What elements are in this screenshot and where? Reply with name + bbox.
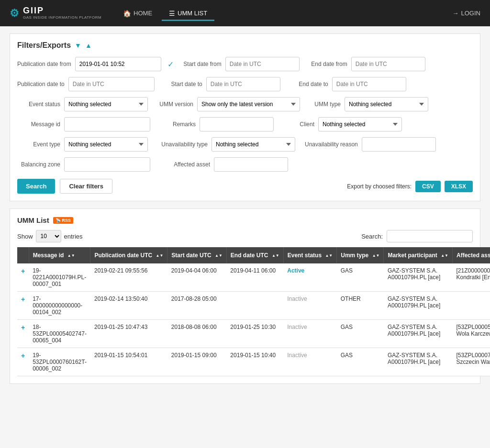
logo-area: ⚙ GIIP GAS INSIDE INFORMATION PLATFORM	[10, 6, 101, 20]
col-end-date[interactable]: End date UTC ▲▼	[226, 247, 283, 263]
show-entries: Show 10 25 50 100 entries	[17, 230, 83, 242]
cell-start-date: 2019-01-15 09:00	[167, 348, 227, 376]
cell-umm-type: GAS	[337, 348, 384, 376]
event-status-label: Event status	[17, 101, 60, 108]
actions-row: Search Clear filters Export by choosed f…	[17, 179, 473, 194]
remarks-input[interactable]	[200, 117, 274, 131]
end-date-from-label: End date from	[309, 61, 347, 67]
message-id-input[interactable]	[64, 117, 150, 131]
pub-date-from-input[interactable]	[75, 57, 161, 71]
start-date-from-label: Start date from	[183, 61, 222, 67]
table-row: + 18-53ZPL00005402747-00065_004 2019-01-…	[17, 320, 490, 348]
col-pub-date[interactable]: Publication date UTC ▲▼	[90, 247, 167, 263]
message-id-cell: Message id	[17, 117, 150, 131]
end-date-to-label: End date to	[290, 81, 328, 87]
table-search-label: Search:	[361, 233, 383, 240]
umm-list-title-text: UMM List	[17, 216, 49, 224]
main-content: Filters/Exports ▼ ▲ Publication date fro…	[0, 26, 490, 391]
cell-affected-asset: [53ZPL00005402747] Wola Karczewska	[453, 320, 490, 348]
xlsx-button[interactable]: XLSX	[445, 181, 473, 192]
status-badge: Inactive	[287, 352, 307, 359]
umm-type-select[interactable]: Nothing selected	[345, 97, 428, 111]
col-affected-asset[interactable]: Affected asset ▲▼	[453, 247, 490, 263]
expand-icon[interactable]: +	[21, 324, 25, 331]
cell-affected-asset	[453, 292, 490, 320]
list-icon: ☰	[169, 10, 175, 17]
start-date-to-input[interactable]	[206, 77, 280, 91]
start-date-to-cell: Start date to	[164, 77, 280, 91]
login-button[interactable]: → LOGIN	[453, 10, 480, 17]
table-search-input[interactable]	[387, 230, 473, 242]
col-message-id[interactable]: Message id ▲▼	[29, 247, 90, 263]
unavailability-type-select[interactable]: Nothing selected	[212, 137, 295, 152]
col-market-participant[interactable]: Market participant ▲▼	[384, 247, 453, 263]
start-date-to-label: Start date to	[164, 81, 202, 87]
event-type-select[interactable]: Nothing selected	[64, 137, 148, 152]
pub-date-to-input[interactable]	[68, 77, 155, 91]
umm-type-cell: UMM type Nothing selected	[310, 97, 428, 111]
unavailability-reason-input[interactable]	[362, 137, 436, 152]
expand-icon[interactable]: +	[21, 267, 25, 275]
filter-row-2: Publication date to Start date to End da…	[17, 77, 473, 91]
event-type-cell: Event type Nothing selected	[17, 137, 148, 152]
expand-cell[interactable]: +	[17, 292, 29, 320]
affected-asset-label: Affected asset	[160, 161, 210, 168]
cell-event-status: Inactive	[283, 320, 337, 348]
message-id-label: Message id	[17, 121, 60, 128]
unavailability-type-label: Unavailability type	[157, 141, 208, 148]
pub-date-from-cell: Publication date from ✓	[17, 57, 174, 71]
end-date-from-input[interactable]	[351, 57, 425, 71]
search-button[interactable]: Search	[17, 179, 55, 194]
cell-event-status: Inactive	[283, 348, 337, 376]
balancing-zone-input[interactable]	[64, 157, 150, 172]
expand-icon[interactable]: +	[21, 352, 25, 360]
login-icon: →	[453, 10, 459, 17]
cell-message-id: 19-53ZPL0000760162T-00006_002	[29, 348, 90, 376]
unavailability-type-cell: Unavailability type Nothing selected	[157, 137, 295, 152]
event-status-cell: Event status Nothing selected	[17, 97, 148, 111]
umm-type-label: UMM type	[310, 101, 341, 108]
end-date-to-input[interactable]	[332, 77, 406, 91]
nav-umm-list[interactable]: ☰ UMM LIST	[162, 6, 214, 21]
cell-end-date	[226, 292, 283, 320]
export-label: Export by choosed filters:	[347, 183, 412, 190]
pub-date-to-label: Publication date to	[17, 81, 65, 87]
cell-affected-asset: [21Z0000000000066] Kondratki [Entry]	[453, 263, 490, 292]
clear-filters-button[interactable]: Clear filters	[60, 179, 112, 194]
affected-asset-input[interactable]	[214, 157, 288, 172]
remarks-cell: Remarks	[160, 117, 274, 131]
nav-links: 🏠 HOME ☰ UMM LIST	[116, 6, 452, 21]
start-date-from-input[interactable]	[225, 57, 300, 71]
entries-select[interactable]: 10 25 50 100	[36, 230, 61, 242]
filter-up-icon: ▲	[85, 42, 92, 49]
col-umm-type[interactable]: Umm type ▲▼	[337, 247, 384, 263]
event-status-select[interactable]: Nothing selected	[64, 97, 148, 111]
cell-umm-type: GAS	[337, 263, 384, 292]
sort-icon: ▲▼	[325, 254, 333, 258]
nav-home[interactable]: 🏠 HOME	[116, 6, 159, 21]
table-row: + 17-000000000000000-00104_002 2019-02-1…	[17, 292, 490, 320]
col-event-status[interactable]: Event status ▲▼	[283, 247, 337, 263]
affected-asset-cell: Affected asset	[160, 157, 288, 172]
filter-icon: ▼	[75, 42, 81, 49]
expand-cell[interactable]: +	[17, 320, 29, 348]
cell-market-participant: GAZ-SYSTEM S.A. A0001079H.PL [ace]	[384, 292, 453, 320]
filters-title: Filters/Exports ▼ ▲	[17, 41, 473, 50]
umm-section: UMM List 📡 RSS Show 10 25 50 100 entries…	[10, 208, 480, 384]
rss-badge[interactable]: 📡 RSS	[53, 217, 73, 224]
table-controls: Show 10 25 50 100 entries Search:	[17, 230, 473, 242]
umm-version-select[interactable]: Show only the latest version	[197, 97, 300, 111]
expand-icon[interactable]: +	[21, 295, 25, 303]
start-date-from-cell: Start date from	[183, 57, 300, 71]
expand-cell[interactable]: +	[17, 348, 29, 376]
cell-end-date: 2019-01-15 10:40	[226, 348, 283, 376]
col-start-date[interactable]: Start date UTC ▲▼	[167, 247, 227, 263]
client-select[interactable]: Nothing selected	[318, 117, 402, 131]
cell-end-date: 2019-04-11 06:00	[226, 263, 283, 292]
unavailability-reason-cell: Unavailability reason	[305, 137, 436, 152]
csv-button[interactable]: CSV	[415, 181, 441, 192]
balancing-zone-label: Balancing zone	[17, 161, 60, 168]
expand-cell[interactable]: +	[17, 263, 29, 292]
header: ⚙ GIIP GAS INSIDE INFORMATION PLATFORM 🏠…	[0, 0, 490, 26]
cell-umm-type: GAS	[337, 320, 384, 348]
